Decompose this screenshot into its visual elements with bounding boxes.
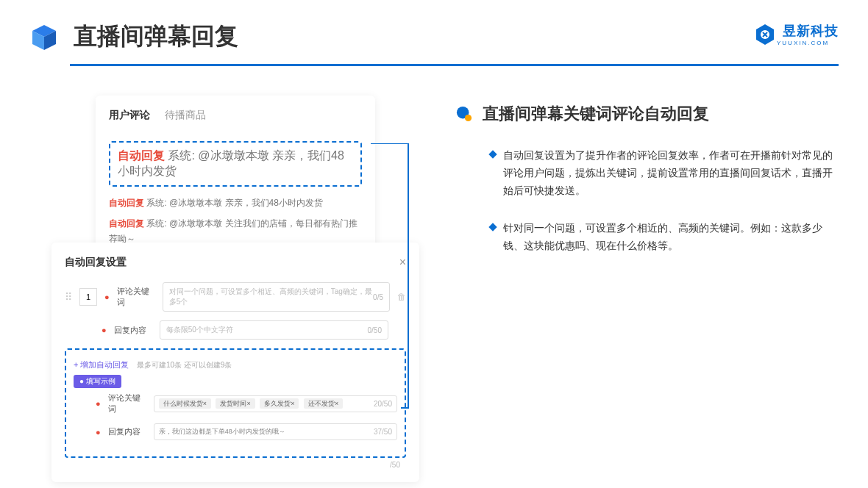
tag[interactable]: 还不发货× xyxy=(304,398,343,409)
section-title: 直播间弹幕关键词评论自动回复 xyxy=(483,103,709,125)
logo-brand: 昱新科技 xyxy=(783,22,839,40)
cube-icon xyxy=(29,22,59,51)
example-content-label: 回复内容 xyxy=(108,426,146,437)
comment-line: 自动回复 系统: @冰墩墩本墩 亲亲，我们48小时内发货 xyxy=(109,195,362,212)
tab-pending-goods[interactable]: 待播商品 xyxy=(165,109,206,128)
diamond-icon xyxy=(488,150,497,158)
order-number: 1 xyxy=(79,288,97,306)
example-badge: ● 填写示例 xyxy=(74,375,121,388)
example-keyword-input[interactable]: 什么时候发货× 发货时间× 多久发货× 还不发货× 20/50 xyxy=(154,395,397,412)
bottom-count: /50 xyxy=(65,461,406,469)
bullet-text: 针对同一个问题，可设置多个相近的、高频的关键词。例如：这款多少钱、这块能优惠吗、… xyxy=(503,220,839,255)
drag-handle-icon[interactable]: ⠿ xyxy=(65,291,72,303)
content-label: 回复内容 xyxy=(114,325,152,336)
required-dot: ● xyxy=(104,293,110,301)
connector-line xyxy=(368,143,441,415)
tab-user-comments[interactable]: 用户评论 xyxy=(109,109,150,128)
example-content-input[interactable]: 亲，我们这边都是下单48小时内发货的哦～ 37/50 xyxy=(154,423,397,440)
svg-point-5 xyxy=(465,115,472,121)
example-section: + 增加自动回复 最多可建10条 还可以创建9条 ● 填写示例 ● 评论关键词 … xyxy=(65,348,406,458)
bubble-icon xyxy=(456,106,472,122)
add-auto-reply-link[interactable]: + 增加自动回复 xyxy=(74,360,129,369)
add-hint: 最多可建10条 还可以创建9条 xyxy=(137,361,232,369)
bullet-text: 自动回复设置为了提升作者的评论回复效率，作者可在开播前针对常见的评论用户问题，提… xyxy=(503,147,839,199)
required-dot: ● xyxy=(102,326,107,334)
content-input[interactable]: 每条限50个中文字符 0/50 xyxy=(160,320,388,340)
auto-reply-tag: 自动回复 xyxy=(118,149,165,162)
modal-title: 自动回复设置 xyxy=(65,256,127,269)
keyword-label: 评论关键词 xyxy=(117,286,155,308)
settings-modal: 自动回复设置 × ⠿ 1 ● 评论关键词 对同一个问题，可设置多个相近、高频的关… xyxy=(51,243,419,482)
highlighted-comment: 自动回复 系统: @冰墩墩本墩 亲亲，我们48小时内发货 xyxy=(109,141,362,187)
tag[interactable]: 多久发货× xyxy=(260,398,299,409)
page-title: 直播间弹幕回复 xyxy=(74,21,238,53)
brand-logo: 昱新科技 YUUXIN.COM xyxy=(753,22,839,46)
tag[interactable]: 什么时候发货× xyxy=(159,398,211,409)
diamond-icon xyxy=(488,223,497,232)
example-keyword-label: 评论关键词 xyxy=(108,392,146,415)
comments-card: 用户评论 待播商品 自动回复 系统: @冰墩墩本墩 亲亲，我们48小时内发货 自… xyxy=(96,96,375,265)
logo-sub: YUUXIN.COM xyxy=(777,40,839,46)
tag[interactable]: 发货时间× xyxy=(216,398,255,409)
keyword-input[interactable]: 对同一个问题，可设置多个相近、高频的关键词，Tag确定，最多5个 0/5 xyxy=(163,282,390,312)
